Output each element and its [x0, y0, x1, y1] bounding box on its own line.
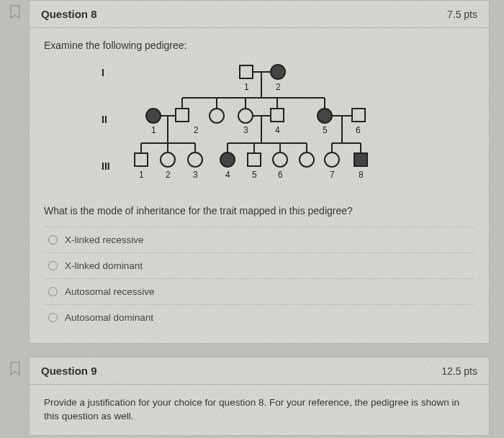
svg-text:3: 3 [243, 125, 248, 135]
question-points: 12.5 pts [441, 365, 477, 377]
svg-text:5: 5 [252, 170, 257, 180]
svg-point-15 [146, 109, 161, 123]
svg-text:I: I [102, 67, 104, 78]
svg-text:4: 4 [225, 170, 230, 180]
svg-rect-54 [354, 153, 367, 166]
svg-rect-50 [248, 153, 261, 166]
radio-icon [48, 261, 58, 270]
question-header: Question 9 12.5 pts [30, 357, 489, 385]
question-points: 7.5 pts [447, 9, 477, 20]
svg-text:6: 6 [356, 125, 361, 135]
pedigree-diagram: I II III 1 2 [102, 58, 411, 195]
svg-text:6: 6 [278, 170, 283, 180]
question-header: Question 8 7.5 pts [30, 1, 489, 28]
option-xlinked-dominant[interactable]: X-linked dominant [44, 253, 474, 279]
svg-rect-23 [352, 109, 365, 122]
svg-point-53 [325, 152, 339, 167]
svg-point-22 [318, 109, 332, 123]
svg-text:1: 1 [139, 170, 144, 180]
bookmark-icon[interactable] [9, 5, 21, 19]
svg-point-20 [210, 109, 224, 123]
question-title: Question 9 [41, 365, 97, 377]
svg-point-4 [271, 65, 285, 79]
svg-text:5: 5 [323, 125, 328, 135]
option-label: X-linked dominant [65, 260, 143, 271]
option-label: Autosomal dominant [65, 312, 153, 323]
option-autosomal-dominant[interactable]: Autosomal dominant [44, 305, 474, 330]
svg-rect-46 [135, 153, 148, 166]
svg-text:7: 7 [330, 170, 335, 180]
question-prompt: Examine the following pedigree: [44, 40, 474, 51]
svg-text:1: 1 [151, 125, 156, 135]
svg-text:2: 2 [276, 82, 281, 92]
question-text: What is the mode of inheritance for the … [44, 205, 474, 216]
svg-text:1: 1 [244, 82, 249, 92]
svg-text:III: III [102, 160, 110, 172]
svg-text:2: 2 [194, 125, 199, 135]
radio-icon [48, 287, 58, 296]
svg-text:3: 3 [193, 170, 198, 180]
svg-point-19 [238, 109, 253, 123]
question-card-9: Question 9 12.5 pts Provide a justificat… [29, 357, 490, 436]
svg-text:2: 2 [166, 170, 171, 180]
svg-text:8: 8 [359, 170, 364, 180]
svg-point-52 [300, 152, 314, 167]
question-title: Question 8 [41, 8, 97, 20]
option-xlinked-recessive[interactable]: X-linked recessive [44, 227, 474, 253]
option-label: X-linked recessive [65, 234, 144, 245]
svg-point-49 [220, 152, 235, 167]
answer-options: X-linked recessive X-linked dominant Aut… [44, 227, 474, 330]
radio-icon [48, 235, 58, 245]
question-body: Provide a justification for your choice … [30, 385, 489, 435]
svg-text:II: II [102, 114, 107, 125]
svg-point-51 [273, 152, 287, 167]
option-autosomal-recessive[interactable]: Autosomal recessive [44, 279, 474, 305]
svg-rect-16 [176, 109, 189, 122]
svg-point-47 [161, 152, 175, 167]
svg-point-48 [188, 152, 202, 167]
radio-icon [48, 313, 58, 322]
option-label: Autosomal recessive [65, 286, 155, 297]
svg-rect-21 [271, 109, 284, 122]
question-card-8: Question 8 7.5 pts Examine the following… [29, 0, 490, 344]
svg-rect-3 [240, 65, 253, 78]
bookmark-icon[interactable] [9, 362, 21, 376]
svg-text:4: 4 [275, 125, 280, 135]
